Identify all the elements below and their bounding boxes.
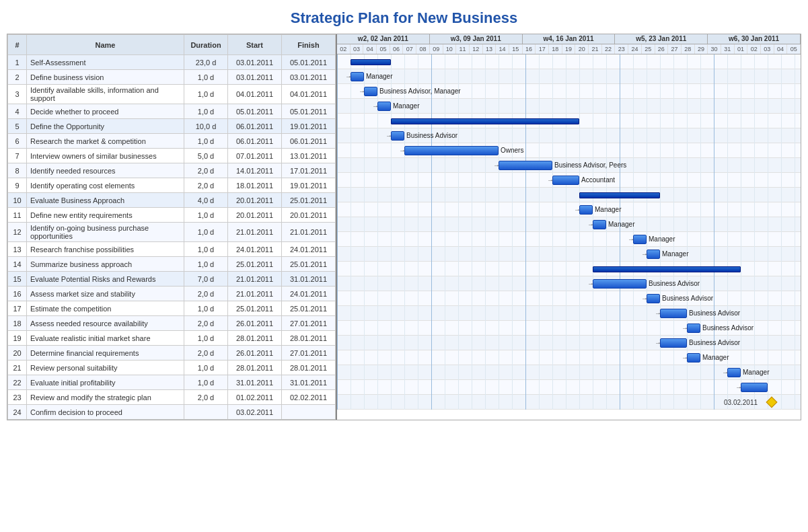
chart-row xyxy=(337,350,801,365)
row-duration: 1,0 d xyxy=(184,104,228,119)
row-id: 7 xyxy=(8,149,27,163)
row-duration: 10,0 d xyxy=(184,119,228,134)
row-start: 21.01.2011 xyxy=(228,272,282,287)
row-finish: 13.01.2011 xyxy=(282,149,336,163)
row-start: 06.01.2011 xyxy=(228,134,282,149)
col-header-name: Name xyxy=(27,35,184,55)
day-grid-line xyxy=(781,54,782,410)
row-start: 06.01.2011 xyxy=(228,119,282,134)
day-header: 11 xyxy=(456,44,470,54)
day-header: 05 xyxy=(787,44,801,54)
row-id: 13 xyxy=(8,242,27,257)
chart-row xyxy=(337,291,801,306)
chart-row xyxy=(337,217,801,232)
row-id: 3 xyxy=(8,85,27,104)
chart-area: w2, 02 Jan 2011w3, 09 Jan 2011w4, 16 Jan… xyxy=(337,34,801,420)
table-row: 15 Evaluate Potential Risks and Rewards … xyxy=(8,272,336,287)
gantt-container: # Name Duration Start Finish 1 Self-Asse… xyxy=(7,34,801,420)
chart-row xyxy=(337,69,801,84)
row-name: Identify operating cost elements xyxy=(27,178,184,193)
row-id: 10 xyxy=(8,193,27,208)
row-start: 18.01.2011 xyxy=(228,178,282,193)
row-start: 07.01.2011 xyxy=(228,149,282,163)
gantt-bar-parent xyxy=(351,59,391,65)
table-row: 20 Determine financial requirements 2,0 … xyxy=(8,346,336,360)
row-start: 03.01.2011 xyxy=(228,70,282,85)
row-finish: 02.02.2011 xyxy=(282,390,336,405)
row-duration: 2,0 d xyxy=(184,316,228,331)
row-name: Define business vision xyxy=(27,70,184,85)
table-row: 23 Review and modify the strategic plan … xyxy=(8,390,336,405)
row-duration: 1,0 d xyxy=(184,301,228,316)
day-header: 20 xyxy=(575,44,589,54)
gantt-bar xyxy=(687,353,700,363)
row-id: 12 xyxy=(8,223,27,242)
row-finish: 04.01.2011 xyxy=(282,85,336,104)
row-finish: 28.01.2011 xyxy=(282,331,336,346)
gantt-bar-parent xyxy=(593,266,741,272)
row-id: 2 xyxy=(8,70,27,85)
week-header: w3, 09 Jan 2011 xyxy=(430,34,523,44)
bar-label: Manager xyxy=(393,102,419,110)
row-finish: 19.01.2011 xyxy=(282,119,336,134)
row-duration: 1,0 d xyxy=(184,134,228,149)
bar-label: Business Advisor, Manager xyxy=(379,87,461,95)
table-row: 13 Research franchise possibilities 1,0 … xyxy=(8,242,336,257)
gantt-bar xyxy=(727,368,741,377)
week-header: w5, 23 Jan 2011 xyxy=(615,34,708,44)
day-header: 24 xyxy=(628,44,642,54)
day-header: 23 xyxy=(615,44,628,54)
day-grid-line xyxy=(539,54,540,410)
day-grid-line xyxy=(633,54,634,410)
day-header: 01 xyxy=(735,44,748,54)
row-name: Review personal suitability xyxy=(27,360,184,375)
day-header: 16 xyxy=(523,44,536,54)
bar-label: Business Advisor xyxy=(649,280,700,287)
row-finish: 03.01.2011 xyxy=(282,70,336,85)
day-header: 22 xyxy=(602,44,616,54)
chart-row xyxy=(337,188,801,202)
row-start: 28.01.2011 xyxy=(228,331,282,346)
day-header: 28 xyxy=(682,44,695,54)
day-header: 18 xyxy=(549,44,562,54)
table-row: 19 Evaluate realistic initial market sha… xyxy=(8,331,336,346)
table-row: 24 Confirm decision to proceed 03.02.201… xyxy=(8,405,336,420)
day-header: 29 xyxy=(695,44,708,54)
row-finish: 27.01.2011 xyxy=(282,346,336,360)
row-name: Research the market & competition xyxy=(27,134,184,149)
day-header: 03 xyxy=(351,44,364,54)
row-start: 24.01.2011 xyxy=(228,242,282,257)
day-header: 14 xyxy=(496,44,509,54)
day-header: 17 xyxy=(536,44,549,54)
row-start: 28.01.2011 xyxy=(228,360,282,375)
day-grid-line xyxy=(673,54,674,410)
table-row: 6 Research the market & competition 1,0 … xyxy=(8,134,336,149)
day-grid-line xyxy=(700,54,701,410)
table-row: 11 Define new entity requirements 1,0 d … xyxy=(8,208,336,223)
week-header: w6, 30 Jan 2011 xyxy=(708,34,801,44)
day-header: 12 xyxy=(470,44,483,54)
day-header: 06 xyxy=(390,44,404,54)
row-finish: 27.01.2011 xyxy=(282,316,336,331)
row-id: 17 xyxy=(8,301,27,316)
row-finish: 05.01.2011 xyxy=(282,104,336,119)
gantt-bar xyxy=(633,235,647,244)
day-header: 31 xyxy=(721,44,735,54)
gantt-bar xyxy=(593,279,647,289)
table-row: 7 Interview owners of similar businesses… xyxy=(8,149,336,163)
day-grid-line xyxy=(579,54,580,410)
day-header: 04 xyxy=(363,44,377,54)
day-header: 26 xyxy=(655,44,669,54)
bar-label: Business Advisor xyxy=(406,132,457,139)
day-grid-line xyxy=(445,54,445,410)
chart-row xyxy=(337,247,801,262)
row-id: 4 xyxy=(8,104,27,119)
row-duration: 2,0 d xyxy=(184,163,228,178)
bar-label: Accountant xyxy=(581,176,615,184)
day-header: 19 xyxy=(562,44,576,54)
table-row: 22 Evaluate initial profitability 1,0 d … xyxy=(8,375,336,390)
row-name: Self-Assessment xyxy=(27,55,184,70)
day-grid-line xyxy=(566,54,566,410)
row-name: Identify on-going business purchase oppo… xyxy=(27,223,184,242)
row-duration: 2,0 d xyxy=(184,346,228,360)
